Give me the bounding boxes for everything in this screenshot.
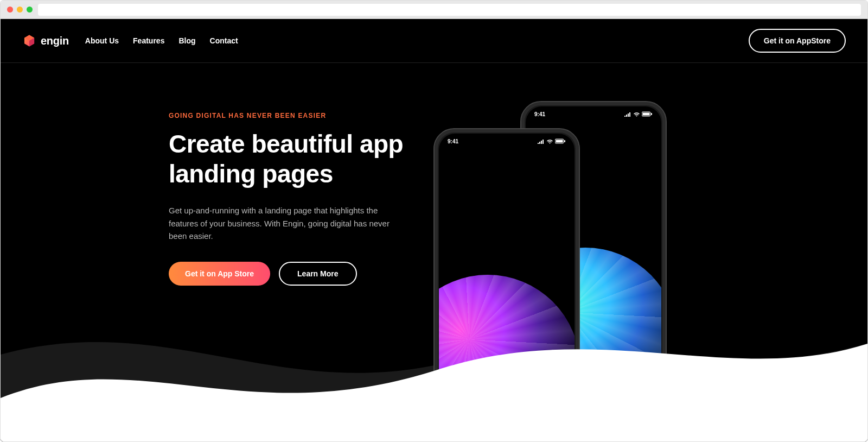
hero-secondary-button[interactable]: Learn More <box>279 262 356 286</box>
hero-primary-button[interactable]: Get it on App Store <box>169 262 270 286</box>
nav-link-blog[interactable]: Blog <box>178 36 195 45</box>
nav-links: About Us Features Blog Contact <box>85 36 238 45</box>
wifi-icon <box>546 139 553 144</box>
wave-white-decoration <box>1 311 867 441</box>
svg-rect-4 <box>556 140 563 143</box>
logo-icon <box>22 34 36 48</box>
window-controls <box>7 7 33 12</box>
wifi-icon <box>633 112 640 117</box>
logo[interactable]: engin <box>22 34 69 48</box>
page-content: engin About Us Features Blog Contact Get… <box>1 19 867 441</box>
battery-icon <box>555 138 566 144</box>
logo-text: engin <box>41 35 69 47</box>
nav-cta-button[interactable]: Get it on AppStore <box>749 29 846 53</box>
phone-notch-icon <box>474 134 539 146</box>
hero-cta-row: Get it on App Store Learn More <box>169 262 429 286</box>
browser-titlebar <box>1 1 867 19</box>
hero-headline: Create beautiful app landing pages <box>169 129 429 189</box>
nav-left: engin About Us Features Blog Contact <box>22 34 238 48</box>
phone-time: 9:41 <box>534 111 545 117</box>
minimize-window-icon[interactable] <box>17 7 23 12</box>
nav-link-features[interactable]: Features <box>133 36 164 45</box>
battery-icon <box>642 111 653 117</box>
nav-link-contact[interactable]: Contact <box>210 36 238 45</box>
nav-link-about[interactable]: About Us <box>85 36 119 45</box>
hero-eyebrow: GOING DIGITAL HAS NEVER BEEN EASIER <box>169 112 429 119</box>
browser-frame: engin About Us Features Blog Contact Get… <box>0 0 868 442</box>
url-bar[interactable] <box>38 4 861 16</box>
phone-time: 9:41 <box>448 138 458 144</box>
phone-status-icons <box>624 111 653 117</box>
svg-rect-5 <box>564 140 565 142</box>
hero-subtext: Get up-and-running with a landing page t… <box>169 204 402 242</box>
navbar: engin About Us Features Blog Contact Get… <box>1 19 867 63</box>
svg-rect-1 <box>643 113 650 116</box>
maximize-window-icon[interactable] <box>27 7 33 12</box>
svg-rect-2 <box>651 113 652 115</box>
phone-status-icons <box>537 138 566 144</box>
close-window-icon[interactable] <box>7 7 13 12</box>
phone-notch-icon <box>561 106 626 118</box>
